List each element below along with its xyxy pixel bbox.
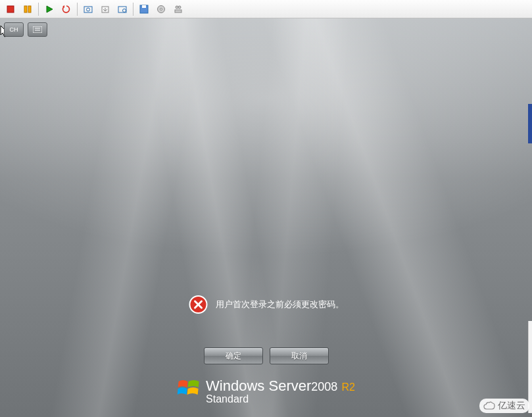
svg-marker-3 — [47, 6, 53, 12]
floppy-button[interactable] — [136, 2, 152, 16]
svg-rect-1 — [24, 6, 27, 12]
revert-button[interactable] — [97, 2, 113, 16]
snapshot-button[interactable] — [80, 2, 96, 16]
svg-point-13 — [160, 8, 162, 10]
accessibility-button[interactable] — [28, 22, 47, 37]
svg-rect-5 — [84, 7, 92, 12]
side-decoration — [528, 104, 532, 143]
brand-prefix: Windows — [206, 378, 264, 394]
svg-rect-2 — [28, 6, 31, 12]
svg-point-9 — [123, 9, 126, 12]
message-text: 用户首次登录之前必须更改密码。 — [216, 299, 344, 310]
svg-rect-0 — [7, 6, 14, 12]
stop-button[interactable] — [3, 2, 18, 16]
svg-point-15 — [176, 6, 178, 9]
side-decoration — [528, 321, 532, 413]
refresh-button[interactable] — [59, 2, 74, 16]
brand-year: 2008 — [311, 380, 337, 393]
language-button[interactable]: CH — [4, 22, 24, 37]
svg-point-6 — [87, 8, 90, 11]
play-button[interactable] — [41, 2, 57, 16]
login-message: 用户首次登录之前必须更改密码。 — [188, 295, 344, 314]
watermark: 亿速云 — [479, 399, 529, 413]
vm-viewport[interactable]: CH 用户首次登录之前必须更改密码。 确定 取消 Windows Server2… — [0, 18, 532, 417]
ok-button[interactable]: 确定 — [204, 347, 263, 364]
cloud-icon — [483, 401, 495, 410]
toolbar-separator — [133, 3, 133, 16]
toolbar-separator — [38, 3, 39, 16]
svg-rect-17 — [33, 26, 42, 33]
windows-logo-icon — [177, 378, 199, 400]
cancel-button[interactable]: 取消 — [270, 347, 329, 364]
cdrom-button[interactable] — [153, 2, 169, 16]
manage-button[interactable] — [114, 2, 130, 16]
error-icon — [188, 295, 208, 314]
brand-server: Server — [268, 378, 311, 394]
brand-edition: Standard — [206, 393, 355, 405]
network-button[interactable] — [170, 2, 186, 16]
toolbar-separator — [77, 3, 78, 16]
svg-rect-11 — [142, 5, 146, 8]
brand-r2: R2 — [341, 381, 354, 393]
os-branding: Windows Server2008 R2 Standard — [177, 378, 355, 405]
watermark-text: 亿速云 — [498, 400, 525, 412]
vm-toolbar — [0, 0, 532, 18]
svg-rect-14 — [175, 10, 181, 12]
keyboard-icon — [33, 26, 42, 33]
pause-button[interactable] — [20, 2, 36, 16]
svg-point-16 — [178, 6, 181, 9]
